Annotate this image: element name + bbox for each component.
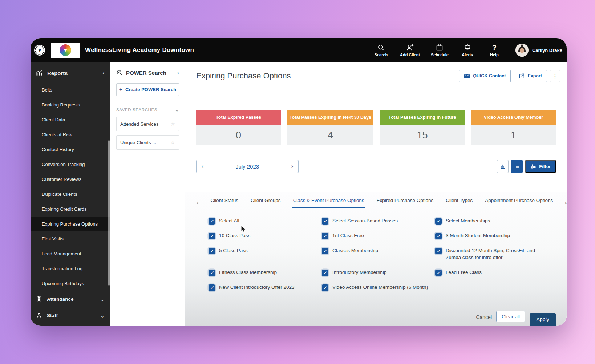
filter-introductory-membership[interactable]: ✓Introductory Membership <box>322 269 435 276</box>
sidebar-item-clients-at-risk[interactable]: Clients at Risk <box>31 127 110 142</box>
sidebar-item-duplicate-clients[interactable]: Duplicate Clients <box>31 187 110 202</box>
sidebar-item-client-data[interactable]: Client Data <box>31 112 110 127</box>
nav-help[interactable]: ? Help <box>486 44 502 57</box>
tabs-scroll-right-icon[interactable]: ▸ <box>565 201 567 205</box>
sidebar-scrollbar[interactable] <box>108 140 110 286</box>
checkbox-checked-icon[interactable]: ✓ <box>209 248 215 254</box>
wellnessliving-badge-icon[interactable]: ♥ <box>35 45 44 55</box>
filter-select-session-based[interactable]: ✓Select Session-Based Passes <box>322 218 435 225</box>
sidebar-section-staff[interactable]: Staff ⌄ <box>31 307 110 324</box>
filter-1st-class-free[interactable]: ✓1st Class Free <box>322 232 435 239</box>
checkbox-checked-icon[interactable]: ✓ <box>209 270 215 276</box>
sidebar-item-conversion-tracking[interactable]: Conversion Tracking <box>31 157 110 172</box>
filter-lead-free-class[interactable]: ✓Lead Free Class <box>435 269 556 276</box>
stat-card-header: Total Expired Passes <box>196 110 281 125</box>
more-options-button[interactable]: ⋮ <box>550 70 560 82</box>
list-view-button[interactable] <box>511 160 523 173</box>
star-icon[interactable]: ☆ <box>170 121 175 127</box>
sidebar-item-first-visits[interactable]: First Visits <box>31 231 110 246</box>
sidebar-collapse-icon[interactable]: ‹ <box>102 69 105 77</box>
checkbox-checked-icon[interactable]: ✓ <box>322 270 328 276</box>
checkbox-checked-icon[interactable]: ✓ <box>322 248 328 254</box>
sidebar-item-transformation-log[interactable]: Transformation Log <box>31 261 110 276</box>
sidebar-section-attendance[interactable]: Attendance ⌄ <box>31 291 110 307</box>
stat-card-total-expired-passes[interactable]: Total Expired Passes 0 <box>196 110 281 145</box>
create-power-search-button[interactable]: + Create POWER Search <box>116 83 179 96</box>
checkbox-checked-icon[interactable]: ✓ <box>209 284 215 291</box>
chart-view-button[interactable] <box>497 160 509 173</box>
filter-select-memberships[interactable]: ✓Select Memberships <box>435 218 556 225</box>
filter-fitness-class-membership[interactable]: ✓Fitness Class Membership <box>209 269 322 276</box>
filter-panel: ◂ Client Status Client Groups Class & Ev… <box>185 192 567 326</box>
nav-label: Help <box>490 53 499 57</box>
tab-class-event-purchase-options[interactable]: Class & Event Purchase Options <box>293 198 364 208</box>
checkbox-checked-icon[interactable]: ✓ <box>209 233 215 239</box>
stat-card-video-access-only[interactable]: Video Access Only Member 1 <box>471 110 556 145</box>
clear-all-button[interactable]: Clear all <box>496 311 525 322</box>
filter-classes-membership[interactable]: ✓Classes Membership <box>322 247 435 254</box>
filter-video-access-online-membership[interactable]: ✓Video Access Online Membership (6 Month… <box>322 284 435 291</box>
tab-expired-purchase-options[interactable]: Expired Purchase Options <box>376 198 433 208</box>
prev-month-button[interactable]: ‹ <box>197 160 209 173</box>
nav-search[interactable]: Search <box>373 44 389 57</box>
filter-select-all[interactable]: ✓Select All <box>209 218 322 225</box>
saved-search-unique-clients[interactable]: Unique Clients ... ☆ <box>116 135 179 150</box>
sidebar-item-upcoming-birthdays[interactable]: Upcoming Birthdays <box>31 276 110 291</box>
sidebar-item-expiring-purchase-options[interactable]: Expiring Purchase Options <box>31 217 110 231</box>
checkbox-checked-icon[interactable]: ✓ <box>435 270 442 276</box>
sidebar-item-expiring-credit-cards[interactable]: Expiring Credit Cards <box>31 202 110 217</box>
nav-schedule[interactable]: Schedule <box>431 44 449 57</box>
nav-add-client[interactable]: Add Client <box>400 44 420 57</box>
filter-label: 1st Class Free <box>332 232 364 239</box>
checkbox-checked-icon[interactable]: ✓ <box>209 218 215 225</box>
sidebar-item-booking-requests[interactable]: Booking Requests <box>31 97 110 112</box>
quick-contact-button[interactable]: QUICK Contact <box>459 70 511 82</box>
envelope-icon <box>464 73 470 78</box>
sidebar-title: Reports <box>47 70 68 76</box>
filter-5-class-pass[interactable]: ✓5 Class Pass <box>209 247 322 254</box>
saved-search-attended-services[interactable]: Attended Services ☆ <box>116 117 179 131</box>
stat-card-label: Total Passes Expiring In Next 30 Days <box>290 115 371 120</box>
checkbox-checked-icon[interactable]: ✓ <box>322 218 328 225</box>
filter-discounted-12-month[interactable]: ✓Discounted 12 Month Spin, CrossFit, and… <box>435 247 556 261</box>
panel-collapse-icon[interactable]: ‹ <box>177 69 179 76</box>
checkbox-checked-icon[interactable]: ✓ <box>435 233 442 239</box>
filter-sliders-icon <box>530 163 536 169</box>
sidebar-header-reports[interactable]: Reports ‹ <box>31 66 110 80</box>
stat-card-expiring-next-30-days[interactable]: Total Passes Expiring In Next 30 Days 4 <box>287 110 373 145</box>
checkbox-checked-icon[interactable]: ✓ <box>435 218 442 225</box>
cancel-button[interactable]: Cancel <box>476 314 492 320</box>
app-window: ♥ ♥ WellnessLiving Academy Downtown Sear… <box>31 38 567 326</box>
tab-client-status[interactable]: Client Status <box>211 198 239 208</box>
next-month-button[interactable]: › <box>286 160 298 173</box>
user-menu[interactable]: Caitlyn Drake <box>515 44 562 57</box>
stat-card-expiring-in-future[interactable]: Total Passes Expiring In Future 15 <box>380 110 465 145</box>
filter-button[interactable]: Filter <box>525 160 556 173</box>
tab-client-types[interactable]: Client Types <box>446 198 473 208</box>
nav-alerts[interactable]: Alerts <box>460 44 475 57</box>
sidebar-item-lead-management[interactable]: Lead Management <box>31 246 110 261</box>
filter-10-class-pass[interactable]: ✓10 Class Pass <box>209 232 322 239</box>
star-icon[interactable]: ☆ <box>170 139 175 145</box>
checkbox-checked-icon[interactable]: ✓ <box>322 233 328 239</box>
top-bar: ♥ ♥ WellnessLiving Academy Downtown Sear… <box>31 38 567 62</box>
date-navigator: ‹ July 2023 › <box>196 160 299 173</box>
tab-appointment-purchase-options[interactable]: Appointment Purchase Options <box>485 198 553 208</box>
sidebar-item-belts[interactable]: Belts <box>31 82 110 97</box>
tab-client-groups[interactable]: Client Groups <box>251 198 281 208</box>
checkbox-checked-icon[interactable]: ✓ <box>435 248 442 254</box>
tabs-scroll-left-icon[interactable]: ◂ <box>196 201 198 205</box>
current-month-label[interactable]: July 2023 <box>209 160 286 173</box>
filter-3-month-student-membership[interactable]: ✓3 Month Student Membership <box>435 232 556 239</box>
avatar[interactable] <box>515 44 529 57</box>
export-button[interactable]: Export <box>514 70 547 82</box>
apply-button[interactable]: Apply <box>530 313 556 326</box>
sidebar-item-contact-history[interactable]: Contact History <box>31 142 110 157</box>
help-icon: ? <box>492 44 497 52</box>
filter-new-client-intro-offer-2023[interactable]: ✓New Client Introductory Offer 2023 <box>209 284 322 291</box>
filter-label: New Client Introductory Offer 2023 <box>219 284 295 291</box>
saved-searches-header[interactable]: SAVED SEARCHES ⌄ <box>116 107 179 113</box>
business-logo[interactable]: ♥ <box>51 43 80 58</box>
checkbox-checked-icon[interactable]: ✓ <box>322 284 328 291</box>
sidebar-item-customer-reviews[interactable]: Customer Reviews <box>31 172 110 187</box>
